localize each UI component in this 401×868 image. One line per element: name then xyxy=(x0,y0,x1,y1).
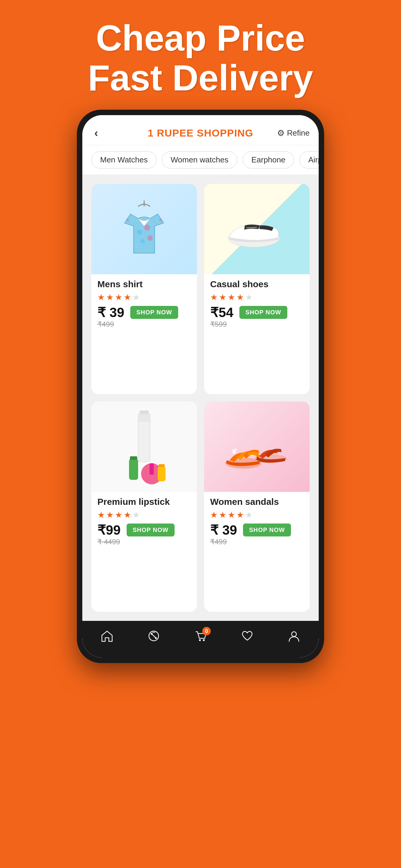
svg-point-4 xyxy=(148,236,153,241)
current-price: ₹ 39 xyxy=(97,305,124,320)
star-2: ★ xyxy=(106,510,114,520)
star-4: ★ xyxy=(124,292,131,302)
current-price: ₹54 xyxy=(210,305,234,320)
product-rating: ★ ★ ★ ★ ★ xyxy=(97,510,191,520)
product-card-casual-shoes[interactable]: Casual shoes ★ ★ ★ ★ ★ ₹54 SHOP NOW ₹599 xyxy=(204,184,310,394)
product-name: Women sandals xyxy=(210,497,304,507)
product-rating: ★ ★ ★ ★ ★ xyxy=(210,510,304,520)
svg-point-31 xyxy=(291,632,297,637)
category-chip-earphone[interactable]: Earphone xyxy=(243,151,294,168)
sandals-image xyxy=(221,413,293,480)
star-5: ★ xyxy=(245,292,253,302)
star-5: ★ xyxy=(245,510,253,520)
original-price: ₹ 4499 xyxy=(97,538,191,546)
svg-point-1 xyxy=(137,230,142,235)
original-price: ₹499 xyxy=(210,538,304,546)
category-chip-airpod[interactable]: Airpod xyxy=(299,151,319,168)
svg-point-6 xyxy=(126,218,129,221)
nav-home[interactable] xyxy=(100,629,114,646)
shirt-image xyxy=(119,199,170,259)
heart-icon xyxy=(241,629,254,646)
home-icon xyxy=(100,629,114,646)
refine-button[interactable]: ⚙ Refine xyxy=(277,128,310,138)
svg-point-30 xyxy=(203,639,205,641)
bottom-navigation: 0 xyxy=(82,621,319,658)
cart-badge: 0 xyxy=(202,627,211,635)
star-2: ★ xyxy=(106,292,114,302)
star-3: ★ xyxy=(115,510,122,520)
shop-now-button[interactable]: SHOP NOW xyxy=(239,306,287,319)
svg-point-29 xyxy=(199,639,201,641)
svg-point-2 xyxy=(144,224,150,230)
star-4: ★ xyxy=(124,510,131,520)
svg-rect-18 xyxy=(158,466,165,481)
nav-wishlist[interactable] xyxy=(241,629,254,646)
product-name: Premium lipstick xyxy=(97,497,191,507)
svg-rect-16 xyxy=(129,459,138,480)
star-4: ★ xyxy=(236,510,244,520)
star-2: ★ xyxy=(219,292,226,302)
category-bar: Men Watches Women watches Earphone Airpo… xyxy=(82,145,319,175)
product-name: Casual shoes xyxy=(210,279,304,289)
profile-icon xyxy=(287,629,301,646)
star-3: ★ xyxy=(228,292,235,302)
svg-rect-15 xyxy=(150,463,154,475)
back-button[interactable]: ‹ xyxy=(94,127,98,140)
svg-rect-12 xyxy=(139,413,150,422)
star-2: ★ xyxy=(219,510,226,520)
star-4: ★ xyxy=(236,292,244,302)
original-price: ₹599 xyxy=(210,320,304,329)
star-1: ★ xyxy=(97,292,105,302)
product-card-women-sandals[interactable]: Women sandals ★ ★ ★ ★ ★ ₹ 39 SHOP NOW ₹4… xyxy=(204,401,310,612)
svg-rect-19 xyxy=(159,464,165,467)
star-3: ★ xyxy=(228,510,235,520)
svg-point-28 xyxy=(155,637,157,639)
star-1: ★ xyxy=(210,292,218,302)
star-5: ★ xyxy=(132,292,140,302)
current-price: ₹ 39 xyxy=(210,522,237,538)
app-title: 1 RUPEE SHOPPING xyxy=(148,127,253,139)
nav-profile[interactable] xyxy=(287,629,301,646)
original-price: ₹499 xyxy=(97,320,191,329)
nav-cart[interactable]: 0 xyxy=(194,629,207,646)
category-chip-men-watches[interactable]: Men Watches xyxy=(91,151,156,168)
shop-now-button[interactable]: SHOP NOW xyxy=(130,306,178,319)
app-header: ‹ 1 RUPEE SHOPPING ⚙ Refine xyxy=(82,115,319,145)
products-grid: Mens shirt ★ ★ ★ ★ ★ ₹ 39 SHOP NOW ₹499 xyxy=(82,175,319,621)
star-3: ★ xyxy=(115,292,122,302)
shoes-image xyxy=(221,199,293,259)
phone-mockup: ‹ 1 RUPEE SHOPPING ⚙ Refine Men Watches … xyxy=(77,110,324,663)
product-card-premium-lipstick[interactable]: Premium lipstick ★ ★ ★ ★ ★ ₹99 SHOP NOW … xyxy=(91,401,197,612)
product-card-mens-shirt[interactable]: Mens shirt ★ ★ ★ ★ ★ ₹ 39 SHOP NOW ₹499 xyxy=(91,184,197,394)
nav-offers[interactable] xyxy=(147,629,160,646)
svg-point-3 xyxy=(141,239,145,243)
star-1: ★ xyxy=(210,510,218,520)
filter-icon: ⚙ xyxy=(277,128,285,138)
shop-now-button[interactable]: SHOP NOW xyxy=(243,524,291,536)
svg-point-23 xyxy=(235,448,237,451)
svg-rect-17 xyxy=(130,456,137,460)
offers-icon xyxy=(147,629,160,646)
hero-section: Cheap Price Fast Delivery xyxy=(0,0,401,110)
current-price: ₹99 xyxy=(97,522,121,538)
lipstick-image xyxy=(114,407,174,486)
svg-point-5 xyxy=(134,243,139,248)
product-rating: ★ ★ ★ ★ ★ xyxy=(97,292,191,302)
svg-point-27 xyxy=(151,633,153,635)
svg-point-7 xyxy=(159,218,162,221)
star-5: ★ xyxy=(132,510,140,520)
star-1: ★ xyxy=(97,510,105,520)
svg-rect-13 xyxy=(140,410,149,414)
refine-label: Refine xyxy=(287,128,310,138)
hero-title: Cheap Price Fast Delivery xyxy=(12,18,389,98)
category-chip-women-watches[interactable]: Women watches xyxy=(162,151,237,168)
phone-screen: ‹ 1 RUPEE SHOPPING ⚙ Refine Men Watches … xyxy=(82,115,319,658)
svg-point-22 xyxy=(232,449,235,452)
product-rating: ★ ★ ★ ★ ★ xyxy=(210,292,304,302)
product-name: Mens shirt xyxy=(97,279,191,289)
shop-now-button[interactable]: SHOP NOW xyxy=(127,524,175,536)
